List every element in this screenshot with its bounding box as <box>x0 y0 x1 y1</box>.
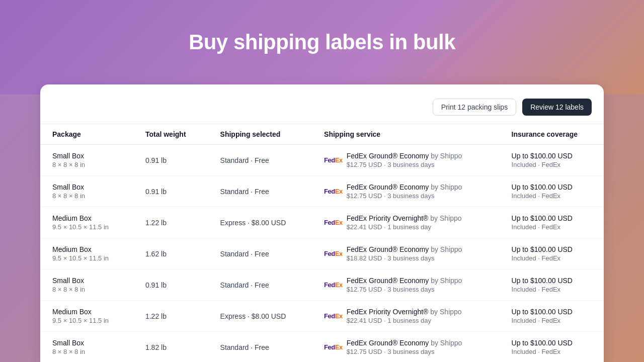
shipping-table: Package Total weight Shipping selected S… <box>40 124 604 362</box>
service-info-2: FedEx Priority Overnight® by Shippo $22.… <box>347 214 462 231</box>
col-weight: Total weight <box>133 124 208 145</box>
fedex-logo-2: FedEx <box>324 219 343 226</box>
table-row: Small Box 8 × 8 × 8 in 0.91 lb Standard … <box>40 145 604 176</box>
cell-package-2: Medium Box 9.5 × 10.5 × 11.5 in <box>40 207 133 238</box>
service-info-3: FedEx Ground® Economy by Shippo $18.82 U… <box>347 245 462 262</box>
cell-service-4: FedEx FedEx Ground® Economy by Shippo $1… <box>312 269 499 301</box>
insurance-main-3: Up to $100.00 USD <box>512 245 592 253</box>
table-row: Small Box 8 × 8 × 8 in 0.91 lb Standard … <box>40 176 604 207</box>
package-dims-4: 8 × 8 × 8 in <box>52 286 121 293</box>
service-name-1: FedEx Ground® Economy by Shippo <box>347 183 462 191</box>
cell-insurance-4: Up to $100.00 USD Included · FedEx <box>500 269 604 301</box>
cell-weight-5: 1.22 lb <box>133 301 208 332</box>
col-shipping-selected: Shipping selected <box>208 124 312 145</box>
insurance-main-5: Up to $100.00 USD <box>512 308 592 316</box>
service-info-1: FedEx Ground® Economy by Shippo $12.75 U… <box>347 183 462 200</box>
insurance-main-6: Up to $100.00 USD <box>512 339 592 347</box>
package-name-1: Small Box <box>52 183 121 191</box>
service-details-6: $12.75 USD · 3 business days <box>347 348 462 355</box>
service-details-4: $12.75 USD · 3 business days <box>347 286 462 293</box>
cell-shipping-selected-4: Standard · Free <box>208 269 312 301</box>
cell-weight-1: 0.91 lb <box>133 176 208 207</box>
table-row: Small Box 8 × 8 × 8 in 1.82 lb Standard … <box>40 332 604 363</box>
card-toolbar: Print 12 packing slips Review 12 labels <box>40 95 604 124</box>
insurance-sub-5: Included · FedEx <box>512 317 592 324</box>
service-by-5: by Shippo <box>430 308 461 316</box>
package-dims-1: 8 × 8 × 8 in <box>52 192 121 200</box>
insurance-sub-1: Included · FedEx <box>512 192 592 200</box>
cell-shipping-selected-5: Express · $8.00 USD <box>208 301 312 332</box>
package-name-2: Medium Box <box>52 214 121 222</box>
review-labels-button[interactable]: Review 12 labels <box>522 99 592 116</box>
cell-weight-3: 1.62 lb <box>133 238 208 269</box>
cell-insurance-2: Up to $100.00 USD Included · FedEx <box>500 207 604 238</box>
insurance-sub-0: Included · FedEx <box>512 161 592 168</box>
cell-package-1: Small Box 8 × 8 × 8 in <box>40 176 133 207</box>
col-shipping-service: Shipping service <box>312 124 499 145</box>
fedex-logo-5: FedEx <box>324 312 343 320</box>
cell-service-5: FedEx FedEx Priority Overnight® by Shipp… <box>312 301 499 332</box>
service-by-4: by Shippo <box>431 277 462 285</box>
table-header-row: Package Total weight Shipping selected S… <box>40 124 604 145</box>
service-name-6: FedEx Ground® Economy by Shippo <box>347 339 462 347</box>
cell-package-6: Small Box 8 × 8 × 8 in <box>40 332 133 363</box>
service-details-2: $22.41 USD · 1 business day <box>347 223 462 231</box>
service-info-5: FedEx Priority Overnight® by Shippo $22.… <box>347 308 462 324</box>
page-title: Buy shipping labels in bulk <box>10 30 634 54</box>
print-slips-button[interactable]: Print 12 packing slips <box>433 99 516 116</box>
package-dims-6: 8 × 8 × 8 in <box>52 348 121 355</box>
service-by-3: by Shippo <box>431 245 462 253</box>
service-details-5: $22.41 USD · 1 business day <box>347 317 462 324</box>
package-dims-2: 9.5 × 10.5 × 11.5 in <box>52 223 121 231</box>
cell-insurance-3: Up to $100.00 USD Included · FedEx <box>500 238 604 269</box>
fedex-logo-1: FedEx <box>324 188 343 195</box>
package-name-5: Medium Box <box>52 308 121 316</box>
cell-service-3: FedEx FedEx Ground® Economy by Shippo $1… <box>312 238 499 269</box>
cell-package-0: Small Box 8 × 8 × 8 in <box>40 145 133 176</box>
cell-insurance-5: Up to $100.00 USD Included · FedEx <box>500 301 604 332</box>
package-name-6: Small Box <box>52 339 121 347</box>
insurance-sub-6: Included · FedEx <box>512 348 592 355</box>
cell-insurance-1: Up to $100.00 USD Included · FedEx <box>500 176 604 207</box>
table-row: Small Box 8 × 8 × 8 in 0.91 lb Standard … <box>40 269 604 301</box>
service-name-3: FedEx Ground® Economy by Shippo <box>347 245 462 253</box>
insurance-main-1: Up to $100.00 USD <box>512 183 592 191</box>
cell-service-1: FedEx FedEx Ground® Economy by Shippo $1… <box>312 176 499 207</box>
package-name-0: Small Box <box>52 152 121 160</box>
cell-package-4: Small Box 8 × 8 × 8 in <box>40 269 133 301</box>
cell-weight-6: 1.82 lb <box>133 332 208 363</box>
cell-service-0: FedEx FedEx Ground® Economy by Shippo $1… <box>312 145 499 176</box>
table-row: Medium Box 9.5 × 10.5 × 11.5 in 1.22 lb … <box>40 207 604 238</box>
col-package: Package <box>40 124 133 145</box>
cell-weight-4: 0.91 lb <box>133 269 208 301</box>
service-name-5: FedEx Priority Overnight® by Shippo <box>347 308 462 316</box>
cell-weight-0: 0.91 lb <box>133 145 208 176</box>
cell-service-2: FedEx FedEx Priority Overnight® by Shipp… <box>312 207 499 238</box>
cell-insurance-0: Up to $100.00 USD Included · FedEx <box>500 145 604 176</box>
service-info-6: FedEx Ground® Economy by Shippo $12.75 U… <box>347 339 462 355</box>
cell-package-3: Medium Box 9.5 × 10.5 × 11.5 in <box>40 238 133 269</box>
insurance-sub-3: Included · FedEx <box>512 254 592 262</box>
service-details-0: $12.75 USD · 3 business days <box>347 161 462 168</box>
fedex-logo-0: FedEx <box>324 156 343 164</box>
insurance-main-0: Up to $100.00 USD <box>512 152 592 160</box>
cell-shipping-selected-6: Standard · Free <box>208 332 312 363</box>
insurance-sub-2: Included · FedEx <box>512 223 592 231</box>
fedex-logo-4: FedEx <box>324 281 343 289</box>
cell-service-6: FedEx FedEx Ground® Economy by Shippo $1… <box>312 332 499 363</box>
service-by-0: by Shippo <box>431 152 462 160</box>
package-name-4: Small Box <box>52 277 121 285</box>
main-card: Print 12 packing slips Review 12 labels … <box>40 84 604 362</box>
service-by-1: by Shippo <box>431 183 462 191</box>
service-name-4: FedEx Ground® Economy by Shippo <box>347 277 462 285</box>
fedex-logo-3: FedEx <box>324 250 343 257</box>
service-details-1: $12.75 USD · 3 business days <box>347 192 462 200</box>
cell-package-5: Medium Box 9.5 × 10.5 × 11.5 in <box>40 301 133 332</box>
package-dims-5: 9.5 × 10.5 × 11.5 in <box>52 317 121 324</box>
insurance-main-4: Up to $100.00 USD <box>512 277 592 285</box>
insurance-sub-4: Included · FedEx <box>512 286 592 293</box>
fedex-logo-6: FedEx <box>324 343 343 351</box>
service-info-4: FedEx Ground® Economy by Shippo $12.75 U… <box>347 277 462 293</box>
package-dims-3: 9.5 × 10.5 × 11.5 in <box>52 254 121 262</box>
table-row: Medium Box 9.5 × 10.5 × 11.5 in 1.62 lb … <box>40 238 604 269</box>
